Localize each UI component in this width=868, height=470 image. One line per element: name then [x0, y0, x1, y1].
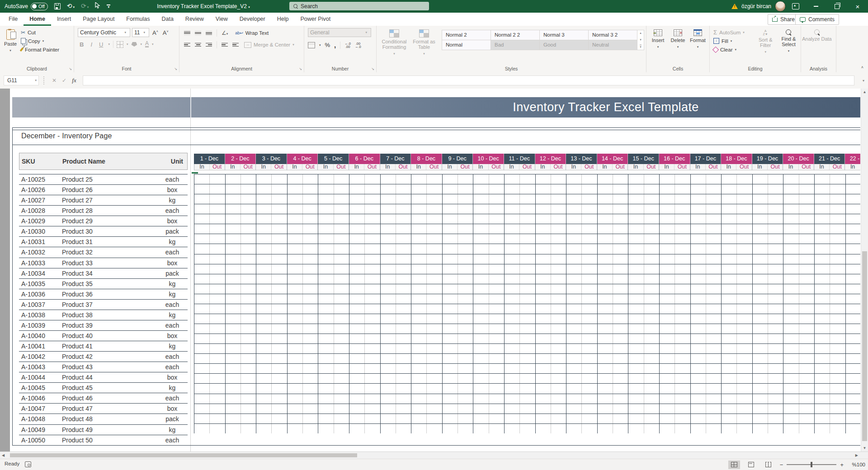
table-row[interactable]: A-10045Product 45kg: [19, 383, 188, 393]
table-row[interactable]: A-10046Product 46each: [19, 393, 188, 404]
table-row[interactable]: A-10025Product 25each: [19, 174, 188, 185]
tab-help[interactable]: Help: [271, 13, 295, 26]
style-bad[interactable]: Bad: [491, 40, 539, 50]
page-break-view-button[interactable]: [763, 461, 774, 469]
tab-page-layout[interactable]: Page Layout: [77, 13, 120, 26]
macro-record-icon[interactable]: [25, 461, 31, 467]
inout-pair[interactable]: InOut: [473, 164, 504, 170]
decrease-font-icon[interactable]: A˅: [161, 29, 170, 36]
inout-pair[interactable]: InOut: [411, 164, 442, 170]
zoom-out-icon[interactable]: −: [780, 461, 783, 468]
warning-icon[interactable]: [731, 4, 738, 9]
inout-pair[interactable]: InOut: [814, 164, 845, 170]
pointer-icon[interactable]: [95, 0, 100, 13]
comments-button[interactable]: Comments: [795, 14, 839, 25]
scroll-left-icon[interactable]: ◀: [2, 453, 5, 457]
increase-indent-icon[interactable]: [232, 43, 239, 47]
table-row[interactable]: A-10032Product 32each: [19, 247, 188, 258]
table-row[interactable]: A-10026Product 26box: [19, 185, 188, 195]
fill-color-icon[interactable]: [131, 42, 137, 47]
search-box[interactable]: Search: [289, 2, 429, 10]
zoom-thumb[interactable]: [811, 462, 812, 467]
inout-pair[interactable]: InOut: [225, 164, 256, 170]
analyze-data-button[interactable]: Analyze Data: [801, 28, 833, 42]
minimize-button[interactable]: [806, 0, 826, 13]
font-size-select[interactable]: 11▾: [132, 28, 149, 37]
restore-button[interactable]: [826, 0, 847, 13]
conditional-formatting-button[interactable]: Conditional Formatting▾: [379, 28, 409, 56]
page-title[interactable]: December - Inventory Page: [21, 132, 112, 140]
align-left-icon[interactable]: [184, 43, 190, 47]
number-format-select[interactable]: General▾: [308, 28, 371, 37]
tab-data[interactable]: Data: [156, 13, 179, 26]
table-row[interactable]: A-10038Product 38kg: [19, 310, 188, 320]
day-header[interactable]: 16 - Dec: [659, 154, 690, 164]
table-row[interactable]: A-10041Product 41kg: [19, 341, 188, 352]
tab-view[interactable]: View: [210, 13, 234, 26]
inout-pair[interactable]: InOut: [380, 164, 411, 170]
increase-font-icon[interactable]: A˄: [151, 29, 160, 36]
save-icon[interactable]: [54, 3, 61, 9]
accounting-format-icon[interactable]: [308, 42, 315, 48]
format-cells-button[interactable]: Format▾: [688, 28, 708, 50]
style-normal-3[interactable]: Normal 3: [540, 30, 588, 40]
style-normal-2[interactable]: Normal 2: [442, 30, 491, 40]
font-name-select[interactable]: Century Gothic▾: [78, 28, 130, 37]
enter-icon[interactable]: ✓: [59, 77, 69, 84]
style-neutral[interactable]: Neutral: [589, 40, 637, 50]
avatar[interactable]: [775, 1, 786, 12]
table-row[interactable]: A-10049Product 49kg: [19, 425, 188, 435]
worksheet[interactable]: Inventory Tracker Excel Template Decembe…: [0, 89, 868, 451]
inout-pair[interactable]: InOut: [690, 164, 722, 170]
tab-developer[interactable]: Developer: [234, 13, 271, 26]
table-row[interactable]: A-10039Product 39each: [19, 320, 188, 331]
table-row[interactable]: A-10040Product 40box: [19, 331, 188, 341]
customize-quick-access-icon[interactable]: ▾: [107, 5, 110, 8]
table-row[interactable]: A-10036Product 36kg: [19, 289, 188, 300]
day-header[interactable]: 2 - Dec: [225, 154, 256, 164]
table-row[interactable]: A-10035Product 35kg: [19, 279, 188, 289]
undo-icon[interactable]: ⟲ ▾: [67, 0, 75, 14]
table-row[interactable]: A-10050Product 50each: [19, 435, 188, 446]
cancel-icon[interactable]: ✕: [49, 77, 59, 84]
day-header[interactable]: 5 - Dec: [318, 154, 349, 164]
grid-cells[interactable]: [194, 174, 860, 433]
share-button[interactable]: Share: [768, 14, 799, 25]
font-color-icon[interactable]: A: [145, 41, 149, 47]
formula-input[interactable]: [83, 75, 854, 85]
underline-button[interactable]: U: [97, 41, 105, 48]
day-header[interactable]: 21 - Dec: [814, 154, 845, 164]
day-header[interactable]: 10 - Dec: [473, 154, 504, 164]
inout-pair[interactable]: InOut: [659, 164, 690, 170]
table-row[interactable]: A-10031Product 31kg: [19, 237, 188, 247]
tab-power-pivot[interactable]: Power Pivot: [294, 13, 336, 26]
comma-style-icon[interactable]: ,: [334, 41, 336, 49]
inout-pair[interactable]: InOut: [752, 164, 783, 170]
day-header[interactable]: 3 - Dec: [256, 154, 287, 164]
decrease-decimal-icon[interactable]: .00→.0: [355, 42, 361, 48]
style-normal-3-2[interactable]: Normal 3 2: [589, 30, 637, 40]
align-center-icon[interactable]: [195, 43, 201, 47]
day-header[interactable]: 20 - Dec: [783, 154, 814, 164]
clear-button[interactable]: Clear▾: [713, 45, 755, 54]
day-header[interactable]: 8 - Dec: [411, 154, 442, 164]
format-painter-button[interactable]: Format Painter: [21, 45, 59, 54]
day-header[interactable]: 4 - Dec: [287, 154, 318, 164]
inout-pair[interactable]: InOut: [721, 164, 752, 170]
insert-function-icon[interactable]: fx: [69, 77, 79, 84]
table-row[interactable]: A-10028Product 28each: [19, 206, 188, 216]
table-row[interactable]: A-10033Product 33box: [19, 258, 188, 268]
tab-insert[interactable]: Insert: [51, 13, 77, 26]
autosave-toggle[interactable]: AutoSave Off: [5, 3, 48, 10]
zoom-slider[interactable]: − +: [780, 461, 844, 468]
align-right-icon[interactable]: [206, 43, 212, 47]
paste-button[interactable]: Paste▾: [0, 28, 21, 54]
tab-home[interactable]: Home: [24, 13, 51, 26]
day-header[interactable]: 6 - Dec: [349, 154, 380, 164]
style-gallery-scroll[interactable]: ▴▾▾: [637, 30, 644, 50]
number-dialog-launcher[interactable]: ↘: [371, 67, 374, 71]
orientation-icon[interactable]: ∠▾: [222, 30, 228, 36]
increase-decimal-icon[interactable]: ←.0.00: [344, 42, 351, 48]
day-header[interactable]: 18 - Dec: [721, 154, 752, 164]
day-header[interactable]: 12 - Dec: [535, 154, 566, 164]
